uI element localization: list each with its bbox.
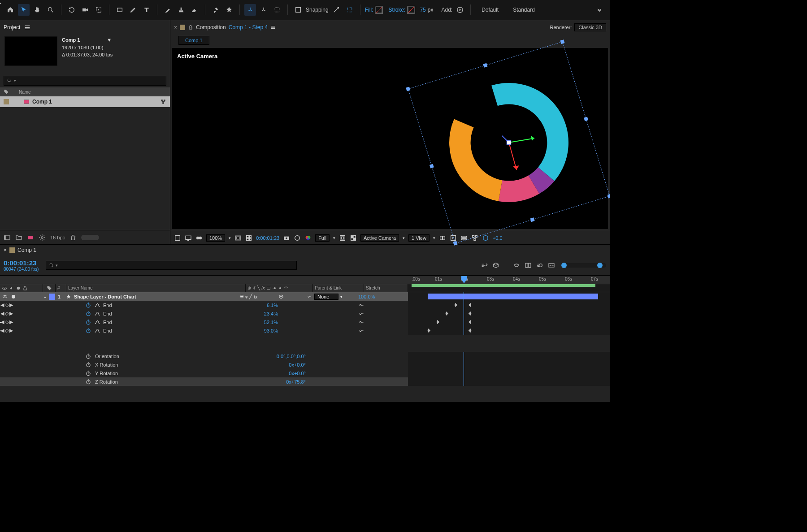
col-layer-name[interactable]: Layer Name — [66, 284, 246, 292]
type-tool-icon[interactable] — [141, 4, 152, 16]
magnification-select[interactable]: 100% — [206, 234, 225, 242]
keyframe-ease-in-icon[interactable] — [453, 303, 458, 307]
expression-pickwhip-icon[interactable] — [359, 302, 365, 308]
zoom-tool-icon[interactable] — [45, 4, 56, 16]
viewer-timecode[interactable]: 0:00:01:23 — [256, 235, 279, 241]
easy-ease-graph-icon[interactable] — [94, 311, 100, 317]
stopwatch-active-icon[interactable] — [85, 319, 91, 325]
world-axis-icon[interactable] — [258, 4, 269, 16]
next-key-icon[interactable]: ▶ — [9, 311, 13, 316]
prev-key-icon[interactable]: ◀ — [0, 311, 4, 316]
pan-behind-tool-icon[interactable] — [93, 4, 104, 16]
local-axis-icon[interactable] — [244, 4, 256, 16]
draft-3d-icon[interactable] — [492, 262, 499, 269]
eraser-tool-icon[interactable] — [189, 4, 200, 16]
layer-color-swatch[interactable] — [49, 294, 55, 300]
workspace-standard[interactable]: Standard — [507, 6, 541, 14]
timeline-tab-label[interactable]: Comp 1 — [17, 247, 36, 253]
keyframe-ease-out-icon[interactable] — [468, 311, 473, 316]
stroke-width-value[interactable]: 75 — [420, 7, 425, 13]
show-channel-icon[interactable] — [294, 234, 301, 242]
comp-mini-flow-icon[interactable] — [481, 262, 488, 269]
fill-label[interactable]: Fill: — [365, 7, 373, 13]
snapping-checkbox-icon[interactable] — [292, 4, 304, 16]
comp-tab-close-icon[interactable]: × — [174, 24, 177, 30]
end-value[interactable]: 6.1% — [251, 303, 278, 308]
prev-key-icon[interactable]: ◀ — [0, 319, 4, 325]
end-property-row-0[interactable]: ◀◇▶End6.1% — [0, 301, 610, 309]
pickwhip-icon[interactable] — [307, 294, 312, 299]
project-comp-dropdown-icon[interactable]: ▼ — [107, 36, 112, 44]
project-settings-icon[interactable] — [39, 234, 46, 241]
expression-pickwhip-icon[interactable] — [359, 319, 365, 325]
x-rotation-value[interactable]: 0x+0.0° — [261, 362, 306, 368]
stopwatch-icon[interactable] — [85, 353, 91, 359]
add-key-icon[interactable]: ◇ — [5, 311, 9, 316]
cti-head-icon[interactable] — [461, 276, 467, 284]
composition-viewer[interactable]: Active Camera — [170, 46, 610, 231]
roto-brush-tool-icon[interactable] — [210, 4, 221, 16]
col-stretch[interactable]: Stretch — [364, 284, 408, 292]
transparency-grid-icon[interactable] — [350, 234, 357, 242]
easy-ease-graph-icon[interactable] — [94, 319, 100, 325]
interpret-footage-icon[interactable] — [4, 234, 11, 241]
end-property-row-3[interactable]: ▶◀◇▶End93.0% — [0, 326, 610, 335]
stopwatch-icon[interactable] — [85, 379, 91, 385]
rotate-tool-icon[interactable] — [66, 4, 78, 16]
frame-blend-icon[interactable] — [525, 262, 532, 269]
add-key-icon[interactable]: ◇ — [5, 328, 9, 333]
stroke-swatch-none-icon[interactable] — [407, 6, 415, 14]
flowchart-button-icon[interactable] — [471, 234, 478, 242]
snap-box-icon[interactable] — [344, 4, 356, 16]
keyframe-ease-out-icon[interactable] — [468, 320, 473, 324]
comp-flow-tab[interactable]: Comp 1 — [178, 36, 209, 45]
timeline-search[interactable]: ▾ — [46, 261, 297, 270]
snap-edge-icon[interactable] — [330, 4, 342, 16]
project-thumbnail[interactable] — [4, 36, 57, 66]
fill-swatch-none-icon[interactable] — [375, 6, 383, 14]
next-key-icon[interactable]: ▶ — [9, 328, 13, 333]
label-col-icon[interactable] — [47, 285, 52, 291]
puppet-tool-icon[interactable] — [223, 4, 235, 16]
timeline-tab-close-icon[interactable]: × — [4, 247, 7, 253]
expression-pickwhip-icon[interactable] — [359, 311, 365, 317]
x-rotation-row[interactable]: X Rotation 0x+0.0° — [0, 360, 610, 369]
z-rotation-value[interactable]: 0x+75.8° — [261, 379, 306, 385]
shy-toggle-icon[interactable] — [513, 262, 520, 269]
easy-ease-graph-icon[interactable] — [94, 328, 100, 334]
layer-row-1[interactable]: ⌄ 1 Shape Layer - Donut Chart ⊕⁎╱fx None… — [0, 292, 610, 301]
end-property-row-1[interactable]: ◀◇▶End23.4% — [0, 309, 610, 318]
y-rotation-row[interactable]: Y Rotation 0x+0.0° — [0, 369, 610, 377]
y-rotation-value[interactable]: 0x+0.0° — [261, 371, 306, 376]
clone-stamp-tool-icon[interactable] — [175, 4, 187, 16]
keyframe-ease-in-icon[interactable] — [444, 311, 449, 316]
snapshot-icon[interactable] — [283, 234, 290, 242]
hand-tool-icon[interactable] — [31, 4, 43, 16]
time-ruler[interactable]: :00s 01s 02s 03s 04s 05s 06s 07s — [408, 276, 610, 284]
end-value[interactable]: 93.0% — [251, 328, 278, 333]
stopwatch-active-icon[interactable] — [85, 302, 91, 308]
view-axis-icon[interactable] — [271, 4, 283, 16]
stopwatch-icon[interactable] — [85, 370, 91, 376]
visibility-icon[interactable] — [2, 294, 8, 299]
orientation-row[interactable]: Orientation 0.0°,0.0°,0.0° — [0, 352, 610, 360]
flowchart-icon[interactable] — [160, 99, 166, 105]
home-icon[interactable] — [4, 4, 16, 16]
lock-icon[interactable] — [188, 25, 193, 30]
alpha-toggle-icon[interactable] — [174, 234, 181, 242]
3d-layer-icon[interactable] — [278, 294, 284, 299]
prev-key-icon[interactable]: ◀ — [0, 328, 4, 333]
grid-icon[interactable] — [245, 234, 252, 242]
add-key-icon[interactable]: ◇ — [5, 302, 9, 308]
prev-key-icon[interactable]: ◀ — [0, 302, 4, 308]
keyframe-ease-out-icon[interactable] — [468, 328, 473, 333]
z-rotation-row[interactable]: ▶ Z Rotation 0x+75.8° — [0, 377, 610, 386]
workspace-overflow-icon[interactable] — [594, 4, 605, 16]
exposure-value[interactable]: +0.0 — [493, 235, 503, 241]
add-key-icon[interactable]: ◇ — [5, 319, 9, 325]
trash-icon[interactable] — [69, 234, 77, 241]
keyframe-ease-in-icon[interactable] — [426, 328, 431, 333]
easy-ease-graph-icon[interactable] — [94, 302, 100, 308]
exposure-reset-icon[interactable] — [482, 234, 489, 242]
stopwatch-active-icon[interactable] — [85, 328, 91, 334]
